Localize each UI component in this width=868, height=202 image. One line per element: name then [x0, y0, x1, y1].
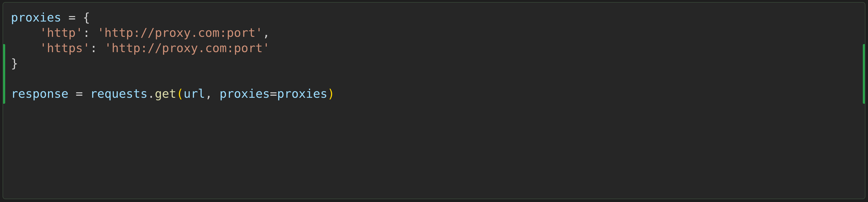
code-line: response = requests.get(url, proxies=pro…: [11, 87, 335, 101]
token-indent: [11, 41, 40, 55]
code-line: 'https': 'http://proxy.com:port': [11, 41, 270, 55]
code-line: 'http': 'http://proxy.com:port',: [11, 26, 270, 40]
token-string-value: 'http://proxy.com:port': [104, 41, 270, 55]
token-kwarg-eq: =: [270, 87, 277, 101]
token-argument: url: [184, 87, 205, 101]
code-line: proxies = {: [11, 10, 90, 24]
code-content[interactable]: proxies = { 'http': 'http://proxy.com:po…: [3, 3, 865, 109]
token-kwarg-value: proxies: [277, 87, 328, 101]
token-kwarg-name: proxies: [219, 87, 270, 101]
token-paren-close: ): [328, 87, 335, 101]
token-string-key: 'http': [40, 26, 83, 40]
token-brace-close: }: [11, 56, 18, 70]
token-colon: :: [83, 26, 97, 40]
token-brace-open: {: [83, 10, 90, 24]
token-string-key: 'https': [40, 41, 90, 55]
token-paren-open: (: [176, 87, 184, 101]
diff-gutter-left: [3, 44, 5, 104]
code-line: }: [11, 56, 18, 70]
token-variable: proxies: [11, 10, 61, 24]
code-block: proxies = { 'http': 'http://proxy.com:po…: [3, 2, 865, 199]
token-module: requests: [90, 87, 148, 101]
token-variable: response: [11, 87, 68, 101]
diff-gutter-right: [863, 44, 865, 104]
token-operator: =: [61, 10, 83, 24]
token-dot: .: [148, 87, 155, 101]
token-operator: =: [68, 87, 90, 101]
token-colon: :: [90, 41, 104, 55]
token-function: get: [155, 87, 176, 101]
token-arg-sep: ,: [205, 87, 219, 101]
token-string-value: 'http://proxy.com:port': [97, 26, 262, 40]
token-comma: ,: [262, 26, 270, 40]
token-indent: [11, 26, 40, 40]
